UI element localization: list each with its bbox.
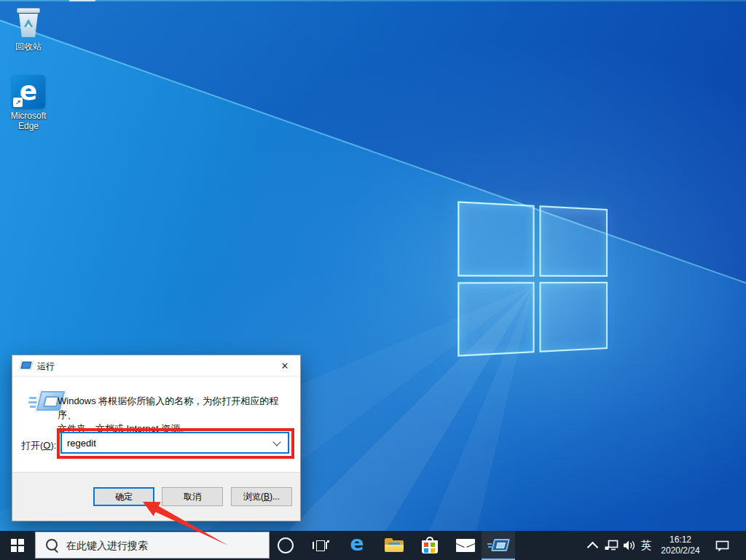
run-icon-window-inner — [496, 543, 506, 548]
open-label: 打开(O): — [21, 439, 56, 452]
desktop-icon-microsoft-edge[interactable]: e Microsoft Edge — [2, 75, 55, 131]
store-logo-square-green — [431, 543, 435, 547]
start-icon-pane — [11, 546, 17, 552]
ime-language-indicator: 英 — [641, 539, 652, 553]
shortcut-arrow-icon — [13, 98, 23, 107]
description-line-1: Windows 将根据你所输入的名称，为你打开相应的程序、 — [58, 394, 292, 422]
cortana-button[interactable] — [272, 531, 299, 560]
run-icon-speedline — [29, 397, 36, 399]
desktop-icon-recycle-bin[interactable]: 回收站 — [2, 4, 55, 52]
microsoft-store-icon — [421, 537, 439, 554]
mail-icon — [456, 539, 475, 552]
chevron-up-icon — [586, 541, 598, 553]
task-view-left-bar — [313, 542, 314, 549]
clock-date: 2020/2/24 — [661, 545, 699, 556]
clock-time: 16:12 — [670, 535, 691, 545]
start-button[interactable] — [0, 531, 35, 560]
recycle-bin-label: 回收站 — [2, 42, 55, 52]
tray-show-hidden-icons-button[interactable] — [583, 531, 602, 560]
run-command-input[interactable] — [62, 433, 270, 452]
action-center-icon — [715, 540, 729, 552]
taskbar: e — [0, 531, 746, 560]
start-icon-pane — [18, 539, 24, 545]
search-icon — [46, 539, 58, 551]
browse-label-mnemonic: B — [264, 492, 270, 502]
task-view-dot — [327, 540, 329, 543]
close-icon[interactable]: ✕ — [274, 358, 296, 374]
browse-label-prefix: 浏览( — [243, 491, 264, 503]
file-explorer-icon — [385, 538, 404, 553]
action-center-button[interactable] — [708, 531, 736, 560]
run-icon-speedline — [487, 543, 492, 545]
windows-logo-pane — [458, 282, 534, 357]
taskbar-clock[interactable]: 16:12 2020/2/24 — [654, 531, 707, 560]
ok-button-label: 确定 — [115, 491, 133, 503]
windows-logo-pane — [539, 282, 608, 352]
start-icon-pane — [11, 539, 17, 545]
open-label-prefix: 打开( — [21, 440, 43, 451]
wallpaper-top-edge — [0, 0, 746, 1]
screen-edge-artifact — [69, 0, 95, 1]
store-logo-square-red — [424, 543, 428, 547]
taskbar-file-explorer-button[interactable] — [381, 531, 407, 560]
browse-button[interactable]: 浏览(B)... — [231, 487, 292, 506]
run-dialog-title: 运行 — [37, 360, 55, 373]
edge-icon: e — [350, 534, 364, 557]
taskbar-search-box[interactable] — [35, 532, 270, 559]
taskbar-edge-button[interactable]: e — [344, 531, 370, 560]
taskbar-run-app-button-active[interactable] — [482, 531, 515, 560]
task-view-window — [316, 540, 325, 551]
task-view-button[interactable] — [307, 531, 334, 560]
folder-front — [385, 545, 404, 552]
run-dialog-title-icon — [19, 360, 33, 370]
run-command-combobox[interactable] — [60, 432, 289, 454]
store-logo-square-blue — [424, 548, 428, 553]
taskbar-mail-button[interactable] — [452, 531, 479, 560]
recycle-bin-rim — [17, 8, 40, 13]
open-label-mnemonic: O — [43, 440, 50, 451]
run-app-icon-small — [487, 537, 509, 553]
run-icon-window — [491, 539, 510, 551]
search-input[interactable] — [65, 535, 257, 556]
run-dialog-description: Windows 将根据你所输入的名称，为你打开相应的程序、 文件夹、文档或 In… — [58, 394, 292, 435]
cancel-button-label: 取消 — [184, 491, 201, 503]
windows-logo-pane — [539, 205, 608, 276]
store-logo-square-yellow — [431, 548, 435, 553]
ok-button[interactable]: 确定 — [93, 487, 154, 506]
windows-logo-pane — [458, 201, 534, 276]
edge-tile-icon: e — [12, 75, 45, 109]
tray-volume-button[interactable] — [621, 531, 638, 560]
open-label-suffix: ): — [50, 440, 56, 451]
start-icon-pane — [18, 546, 24, 552]
tray-ime-button[interactable]: 英 — [638, 531, 654, 560]
tray-network-button[interactable] — [603, 531, 621, 560]
run-dialog-titlebar[interactable]: 运行 ✕ — [12, 355, 300, 376]
task-view-right-bar — [326, 542, 327, 549]
cortana-icon — [278, 537, 294, 553]
recycle-bin-icon — [14, 4, 43, 39]
run-dialog: 运行 ✕ Windows 将根据你所输入的名称，为你打开相应的程序、 文件夹、文… — [12, 355, 301, 521]
speaker-icon — [623, 540, 636, 551]
browse-label-suffix: )... — [270, 492, 280, 502]
cancel-button[interactable]: 取消 — [162, 487, 223, 506]
network-icon — [605, 540, 619, 551]
task-view-icon — [312, 539, 329, 552]
windows-logo — [458, 201, 608, 356]
windows-start-icon — [11, 539, 24, 552]
desktop-screen: 回收站 e Microsoft Edge 运行 ✕ Windows 将根据你所输… — [0, 0, 746, 560]
recycle-symbol-inner — [26, 23, 31, 27]
chevron-down-icon[interactable] — [272, 438, 280, 446]
edge-label: Microsoft Edge — [5, 111, 52, 131]
taskbar-store-button[interactable] — [417, 531, 443, 560]
